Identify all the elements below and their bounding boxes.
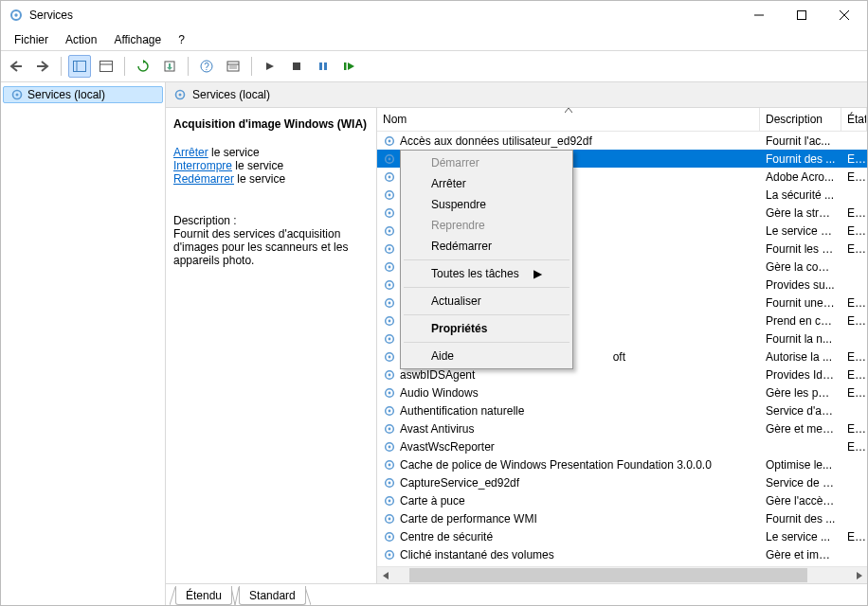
service-state: En cours d'ex [841, 314, 867, 328]
gear-icon [383, 224, 396, 238]
nav-item-services-local[interactable]: Services (local) [3, 86, 163, 103]
service-name: aswbIDSAgent [400, 368, 475, 382]
service-description: Service de C... [760, 476, 841, 490]
table-row[interactable]: Cliché instantané des volumesGère et imp… [377, 545, 867, 563]
stop-service-button[interactable] [285, 55, 308, 78]
menu-view[interactable]: Affichage [106, 31, 169, 48]
menu-help[interactable]: ? [171, 31, 192, 48]
gear-icon [383, 530, 396, 544]
svg-rect-22 [344, 62, 347, 70]
gear-icon [383, 494, 396, 508]
tab-extended[interactable]: Étendu [175, 586, 232, 605]
context-menu-item[interactable]: Actualiser [403, 291, 570, 312]
table-row[interactable]: Cache de police de Windows Presentation … [377, 455, 867, 473]
tab-bar: Étendu Standard [166, 583, 867, 605]
svg-point-44 [389, 283, 391, 286]
context-menu: DémarrerArrêterSuspendreReprendreRedémar… [400, 150, 573, 369]
show-tree-button[interactable] [68, 55, 91, 78]
table-row[interactable]: Carte de performance WMIFournit des ... [377, 509, 867, 527]
svg-point-42 [389, 265, 391, 268]
start-service-button[interactable] [259, 55, 281, 78]
refresh-button[interactable] [132, 55, 154, 78]
table-row[interactable]: Avast AntivirusGère et met ...En cours d… [377, 419, 867, 437]
gear-icon [383, 476, 396, 490]
service-description: Gère l'accès... [760, 494, 841, 508]
table-row[interactable]: CaptureService_ed92dfService de C... [377, 473, 867, 491]
context-menu-item[interactable]: Propriétés [403, 318, 570, 339]
service-state: En cours d'ex [841, 152, 867, 166]
service-description: Service d'ag... [760, 404, 841, 418]
service-state: En cours d'ex [841, 386, 867, 400]
context-menu-item[interactable]: Toutes les tâches▶ [403, 263, 570, 284]
table-row[interactable]: AvastWscReporterEn cours d'ex [377, 437, 867, 455]
pause-service-button[interactable] [312, 55, 335, 78]
table-row[interactable]: Carte à puceGère l'accès... [377, 491, 867, 509]
maximize-button[interactable] [780, 1, 823, 29]
back-button[interactable] [5, 55, 27, 78]
svg-point-30 [389, 157, 391, 160]
forward-button[interactable] [31, 55, 54, 78]
scroll-right-icon[interactable] [851, 567, 867, 583]
service-name: Cache de police de Windows Presentation … [400, 458, 712, 472]
column-header-description[interactable]: Description [760, 108, 841, 131]
window-title: Services [29, 9, 737, 22]
context-menu-item: Reprendre [403, 215, 570, 236]
gear-icon [173, 88, 187, 101]
gear-icon [383, 188, 396, 202]
context-menu-item[interactable]: Arrêter [403, 173, 570, 194]
close-button[interactable] [823, 1, 865, 29]
gear-icon [383, 260, 396, 274]
gear-icon [383, 458, 396, 472]
column-headers: Nom Description État [377, 108, 867, 132]
gear-icon [383, 368, 396, 382]
svg-point-74 [389, 553, 391, 556]
details-pane-button[interactable] [95, 55, 118, 78]
tab-standard[interactable]: Standard [239, 586, 306, 605]
restart-service-button[interactable] [338, 55, 361, 78]
service-description: Fournit une ... [760, 296, 841, 310]
help-button[interactable]: ? [195, 55, 218, 78]
svg-point-28 [389, 139, 391, 142]
context-menu-item[interactable]: Redémarrer [403, 236, 570, 257]
svg-line-76 [231, 587, 235, 605]
scroll-left-icon[interactable] [377, 567, 393, 583]
minimize-button[interactable] [737, 1, 780, 29]
service-name: Centre de sécurité [400, 530, 493, 544]
svg-point-24 [16, 94, 19, 97]
table-row[interactable]: Centre de sécuritéLe service ...En cours… [377, 527, 867, 545]
table-row[interactable]: Audio WindowsGère les péri...En cours d'… [377, 383, 867, 401]
svg-point-46 [389, 301, 391, 304]
menu-file[interactable]: Fichier [7, 31, 56, 48]
menu-action[interactable]: Action [58, 31, 104, 48]
svg-point-58 [389, 409, 391, 412]
service-description: Fournit l'ac... [760, 134, 841, 148]
service-name: CaptureService_ed92df [400, 476, 519, 490]
table-row[interactable]: Accès aux données utilisateur_ed92dfFour… [377, 132, 867, 150]
link-restart-service[interactable]: Redémarrer [173, 172, 234, 186]
service-name: Carte à puce [400, 494, 465, 508]
detail-pane: Acquisition d'image Windows (WIA) Arrête… [166, 108, 376, 583]
svg-point-50 [389, 337, 391, 340]
link-pause-service[interactable]: Interrompre [173, 159, 232, 172]
scroll-thumb[interactable] [409, 568, 807, 582]
svg-point-40 [389, 247, 391, 250]
gear-icon [383, 170, 396, 184]
gear-icon [383, 296, 396, 310]
properties-button[interactable] [222, 55, 244, 78]
service-name: AvastWscReporter [400, 440, 495, 454]
export-button[interactable] [158, 55, 181, 78]
context-menu-item: Démarrer [403, 152, 570, 173]
horizontal-scrollbar[interactable] [377, 566, 867, 583]
column-header-name[interactable]: Nom [377, 108, 760, 131]
service-description: Provides Ide... [760, 368, 841, 382]
service-description: Prend en ch... [760, 314, 841, 328]
context-menu-item[interactable]: Aide [403, 346, 570, 366]
column-header-state[interactable]: État [841, 108, 867, 131]
svg-point-36 [389, 211, 391, 214]
service-state: En cours d'ex [841, 440, 867, 454]
service-description: Fournit des ... [760, 152, 841, 166]
table-row[interactable]: Authentification naturelleService d'ag..… [377, 401, 867, 419]
context-menu-item[interactable]: Suspendre [403, 194, 570, 215]
link-stop-service[interactable]: Arrêter [173, 146, 208, 159]
svg-point-56 [389, 391, 391, 394]
